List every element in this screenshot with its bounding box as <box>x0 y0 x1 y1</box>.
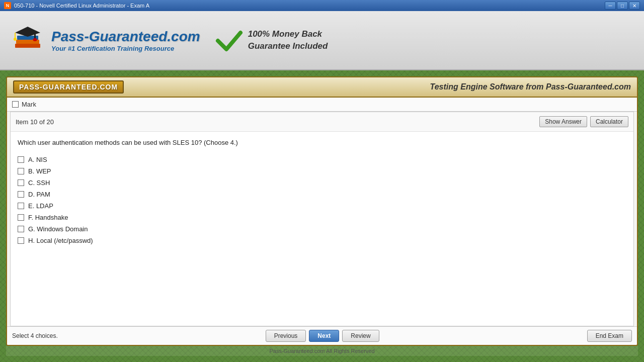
logo-text-area: Pass-Guaranteed.com Your #1 Certificatio… <box>51 29 200 52</box>
option-checkbox-f[interactable] <box>18 214 24 221</box>
option-label-h: H. Local (/etc/passwd) <box>28 237 93 244</box>
option-item: H. Local (/etc/passwd) <box>18 235 626 246</box>
option-checkbox-c[interactable] <box>18 179 24 186</box>
option-item: A. NIS <box>18 154 626 165</box>
option-item: D. PAM <box>18 189 626 200</box>
question-area: Item 10 of 20 Show Answer Calculator Whi… <box>10 112 634 326</box>
svg-rect-0 <box>15 44 40 48</box>
option-checkbox-b[interactable] <box>18 168 24 174</box>
exam-footer: Pass-Guaranteed.com All Rights Reserved <box>6 346 638 356</box>
option-item: B. WEP <box>18 165 626 177</box>
option-checkbox-a[interactable] <box>18 156 24 163</box>
title-bar-buttons: ─ □ ✕ <box>605 2 640 10</box>
show-answer-button[interactable]: Show Answer <box>539 116 587 127</box>
option-label-b: B. WEP <box>28 167 51 175</box>
logo-image <box>10 23 45 58</box>
title-bar-text: 050-710 - Novell Certified Linux Adminis… <box>14 3 605 9</box>
maximize-button[interactable]: □ <box>617 2 628 10</box>
item-buttons: Show Answer Calculator <box>539 116 628 127</box>
option-label-g: G. Windows Domain <box>28 225 88 233</box>
svg-point-7 <box>14 38 17 41</box>
exam-container: PASS-GUARANTEED.COM Testing Engine Softw… <box>0 70 644 362</box>
app-icon: N <box>4 2 11 9</box>
testing-engine-text: Testing Engine Software from Pass-Guaran… <box>430 82 631 92</box>
options-list: A. NISB. WEPC. SSHD. PAME. LDAPF. Handsh… <box>11 152 633 253</box>
item-header: Item 10 of 20 Show Answer Calculator <box>11 112 633 132</box>
calculator-button[interactable]: Calculator <box>590 116 628 127</box>
mark-label: Mark <box>22 101 36 108</box>
brand-tagline: Your #1 Certification Training Resource <box>51 45 200 52</box>
option-label-a: A. NIS <box>28 156 47 163</box>
option-item: F. Handshake <box>18 212 626 223</box>
mark-checkbox[interactable] <box>12 101 19 108</box>
option-label-f: F. Handshake <box>28 214 68 221</box>
select-hint: Select 4 choices. <box>12 332 58 339</box>
brand-logo: PASS-GUARANTEED.COM <box>13 80 124 94</box>
checkmark-icon <box>215 27 243 54</box>
option-label-e: E. LDAP <box>28 202 53 210</box>
option-checkbox-h[interactable] <box>18 237 24 244</box>
option-item: E. LDAP <box>18 200 626 212</box>
next-button[interactable]: Next <box>309 330 339 342</box>
previous-button[interactable]: Previous <box>266 330 306 342</box>
checkmark-area: 100% Money Back Guarantee Included <box>215 27 328 54</box>
option-item: C. SSH <box>18 177 626 189</box>
logo-area: Pass-Guaranteed.com Your #1 Certificatio… <box>10 23 200 58</box>
guarantee-text: 100% Money Back Guarantee Included <box>248 28 328 52</box>
header: Pass-Guaranteed.com Your #1 Certificatio… <box>0 11 644 70</box>
minimize-button[interactable]: ─ <box>605 2 616 10</box>
item-number: Item 10 of 20 <box>16 118 54 126</box>
option-item: G. Windows Domain <box>18 223 626 235</box>
review-button[interactable]: Review <box>342 330 379 342</box>
mark-row: Mark <box>7 98 637 112</box>
footer-text: Pass-Guaranteed.com All Rights Reserved <box>269 348 374 354</box>
question-text: Which user authentication methods can be… <box>11 132 633 152</box>
option-checkbox-d[interactable] <box>18 191 24 198</box>
svg-marker-3 <box>15 27 40 37</box>
nav-buttons: Previous Next Review <box>266 330 379 342</box>
svg-point-5 <box>33 38 37 41</box>
brand-name: Pass-Guaranteed.com <box>51 29 200 45</box>
brand-bar: PASS-GUARANTEED.COM Testing Engine Softw… <box>7 77 637 98</box>
option-label-c: C. SSH <box>28 179 50 187</box>
end-exam-button[interactable]: End Exam <box>587 330 632 342</box>
option-checkbox-g[interactable] <box>18 226 24 232</box>
bottom-bar: Select 4 choices. Previous Next Review E… <box>7 326 637 345</box>
close-button[interactable]: ✕ <box>629 2 640 10</box>
title-bar: N 050-710 - Novell Certified Linux Admin… <box>0 0 644 11</box>
option-checkbox-e[interactable] <box>18 203 24 209</box>
exam-inner: PASS-GUARANTEED.COM Testing Engine Softw… <box>6 76 638 346</box>
option-label-d: D. PAM <box>28 191 50 198</box>
